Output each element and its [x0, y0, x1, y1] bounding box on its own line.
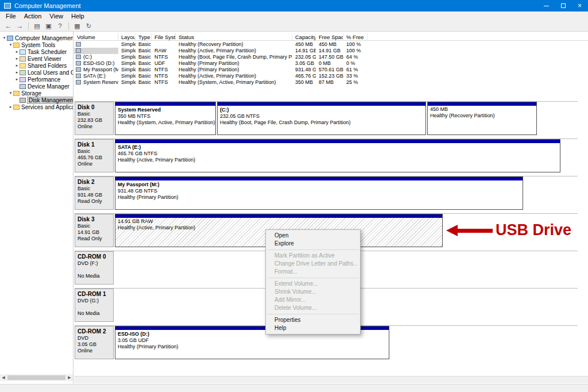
- help-icon[interactable]: ?: [55, 21, 65, 30]
- partition-c-drive[interactable]: (C:) 232.05 GB NTFS Healthy (Boot, Page …: [217, 102, 426, 135]
- expander-icon[interactable]: ▸: [14, 69, 20, 76]
- menu-help[interactable]: Help: [67, 13, 88, 20]
- tree-item-computer-management[interactable]: ▾ Computer Management (Local: [0, 34, 74, 41]
- close-button[interactable]: ×: [571, 0, 588, 11]
- expander-icon[interactable]: ▾: [8, 41, 13, 48]
- cell-status: Healthy (Active, Primary Partition): [176, 48, 292, 54]
- scrollbar-thumb[interactable]: [7, 375, 65, 380]
- cell-free-space: 152.23 GB: [316, 73, 343, 79]
- cell-layout: Simple: [118, 79, 136, 86]
- expander-icon[interactable]: ▸: [14, 48, 20, 55]
- cell-free-space: 450 MB: [316, 41, 343, 48]
- cell-layout: Simple: [118, 48, 136, 54]
- expander-icon[interactable]: ▾: [8, 90, 13, 97]
- forward-icon[interactable]: →: [14, 21, 25, 30]
- tree-item-event-viewer[interactable]: ▸ Event Viewer: [0, 55, 74, 62]
- tree-item-performance[interactable]: ▸ Performance: [0, 76, 74, 83]
- event-viewer-icon: [20, 56, 26, 62]
- export-list-icon[interactable]: ▦: [72, 21, 83, 30]
- cell-free-space: 87 MB: [316, 79, 343, 86]
- cdrom2-label[interactable]: CD-ROM 2 DVD 3.05 GB Online: [75, 326, 114, 359]
- cell-status: Healthy (Primary Partition): [176, 67, 292, 73]
- main-horizontal-scrollbar[interactable]: [74, 376, 588, 383]
- menu-action[interactable]: Action: [20, 13, 46, 20]
- menu-view[interactable]: View: [45, 13, 67, 20]
- header-file-system[interactable]: File System: [152, 33, 176, 41]
- header-free-space[interactable]: Free Space: [316, 33, 343, 41]
- tree-item-shared-folders[interactable]: ▸ Shared Folders: [0, 62, 74, 69]
- annotation-arrow-icon: [446, 225, 458, 236]
- volume-row[interactable]: Simple Basic Healthy (Recovery Partition…: [74, 41, 588, 48]
- volume-row[interactable]: SATA (E:) Simple Basic NTFS Healthy (Act…: [74, 73, 588, 79]
- cdrom0-label[interactable]: CD-ROM 0 DVD (F:) No Media: [75, 251, 114, 285]
- context-menu-item-properties[interactable]: Properties: [266, 316, 360, 324]
- annotation-label: USB Drive: [496, 221, 571, 239]
- cell-free-space: 14.91 GB: [316, 48, 343, 54]
- cell-percent-free: 33 %: [343, 73, 368, 79]
- tree-item-task-scheduler[interactable]: ▸ Task Scheduler: [0, 48, 74, 55]
- partition-recovery[interactable]: 450 MB Healthy (Recovery Partition): [427, 102, 537, 135]
- cell-type: Basic: [136, 73, 152, 79]
- disk1-label[interactable]: Disk 1 Basic 465.76 GB Online: [75, 139, 114, 172]
- menu-file[interactable]: File: [2, 13, 20, 20]
- cell-percent-free: 64 %: [343, 54, 368, 60]
- tree-item-services-and-applications[interactable]: ▸ Services and Applications: [0, 103, 74, 110]
- refresh-icon[interactable]: ↻: [83, 21, 94, 30]
- context-menu-item-help[interactable]: Help: [266, 324, 360, 332]
- context-menu-item-explore[interactable]: Explore: [266, 240, 360, 248]
- header-status[interactable]: Status: [176, 33, 292, 41]
- cell-capacity: 931.48 GB: [292, 67, 316, 73]
- maximize-button[interactable]: [555, 0, 571, 11]
- cdrom1-label[interactable]: CD-ROM 1 DVD (G:) No Media: [75, 289, 114, 322]
- disk2-label[interactable]: Disk 2 Basic 931.48 GB Read Only: [75, 176, 114, 210]
- properties-icon[interactable]: ▣: [43, 21, 54, 30]
- disk3-label[interactable]: Disk 3 Basic 14.91 GB Read Only: [75, 214, 114, 247]
- header-volume[interactable]: Volume: [74, 33, 118, 41]
- partition-my-passport-m[interactable]: My Passport (M:) 931.48 GB NTFS Healthy …: [115, 176, 523, 210]
- scroll-left-icon[interactable]: ◀: [0, 375, 7, 380]
- close-icon: ×: [578, 2, 582, 10]
- task-scheduler-icon: [20, 49, 26, 55]
- header-percent-free[interactable]: % Free: [343, 33, 368, 41]
- cell-layout: Simple: [118, 67, 136, 73]
- expander-icon[interactable]: ▾: [2, 34, 7, 41]
- users-icon: [20, 70, 26, 75]
- back-icon[interactable]: ←: [3, 21, 14, 30]
- partition-system-reserved[interactable]: System Reserved 350 MB NTFS Healthy (Sys…: [115, 102, 216, 135]
- volume-row[interactable]: System Reserved Simple Basic NTFS Health…: [74, 79, 588, 86]
- disk-management-icon: [20, 98, 26, 103]
- expander-icon[interactable]: ▸: [14, 55, 20, 62]
- cell-free-space: 0 MB: [316, 60, 343, 67]
- expander-icon[interactable]: ▸: [8, 103, 13, 110]
- expander-icon[interactable]: ▸: [14, 76, 20, 83]
- header-layout[interactable]: Layout: [118, 33, 136, 41]
- context-menu-item-change-drive-letter: Change Drive Letter and Paths...: [266, 260, 360, 268]
- tree-item-storage[interactable]: ▾ Storage: [0, 90, 74, 97]
- scroll-right-icon[interactable]: ▶: [66, 375, 73, 380]
- partition-sata-e[interactable]: SATA (E:) 465.76 GB NTFS Healthy (Active…: [115, 139, 560, 172]
- tree-item-system-tools[interactable]: ▾ System Tools: [0, 41, 74, 48]
- header-capacity[interactable]: Capacity: [292, 33, 316, 41]
- header-type[interactable]: Type: [136, 33, 152, 41]
- minimize-button[interactable]: [538, 0, 555, 11]
- tree-item-local-users-and-groups[interactable]: ▸ Local Users and Groups: [0, 69, 74, 76]
- disk0-label[interactable]: Disk 0 Basic 232.83 GB Online: [75, 102, 114, 135]
- volume-icon: [76, 67, 81, 72]
- sidebar-horizontal-scrollbar[interactable]: ◀ ▶: [0, 374, 73, 381]
- cell-status: Healthy (System, Active, Primary Partiti…: [176, 79, 292, 86]
- context-menu-item-delete-volume: Delete Volume...: [266, 304, 360, 312]
- console-tree-icon[interactable]: ▤: [32, 21, 42, 30]
- cell-layout: Simple: [118, 54, 136, 60]
- volume-row[interactable]: (C:) Simple Basic NTFS Healthy (Boot, Pa…: [74, 54, 588, 60]
- volume-row-selected[interactable]: Simple Basic RAW Healthy (Active, Primar…: [74, 48, 588, 54]
- expander-icon[interactable]: ▸: [14, 62, 20, 69]
- cell-file-system: NTFS: [152, 67, 176, 73]
- tree-item-device-manager[interactable]: Device Manager: [0, 83, 74, 90]
- cell-file-system: [152, 41, 176, 48]
- volume-row[interactable]: My Passport (M:) Simple Basic NTFS Healt…: [74, 67, 588, 73]
- context-menu-item-open[interactable]: Open: [266, 232, 360, 240]
- tree-item-disk-management[interactable]: Disk Management: [0, 97, 74, 103]
- volume-row[interactable]: ESD-ISO (D:) Simple Basic UDF Healthy (P…: [74, 60, 588, 67]
- cell-type: Basic: [136, 79, 152, 86]
- cell-capacity: 450 MB: [292, 41, 316, 48]
